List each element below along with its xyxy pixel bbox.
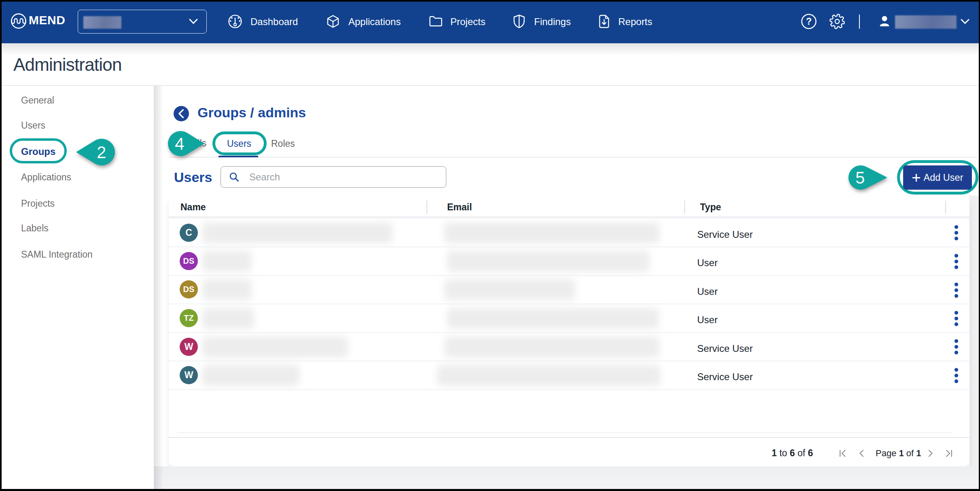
svg-text:5: 5 — [855, 168, 865, 187]
svg-text:2: 2 — [97, 143, 106, 162]
svg-text:?: ? — [806, 16, 812, 27]
svg-text:4: 4 — [175, 134, 184, 153]
